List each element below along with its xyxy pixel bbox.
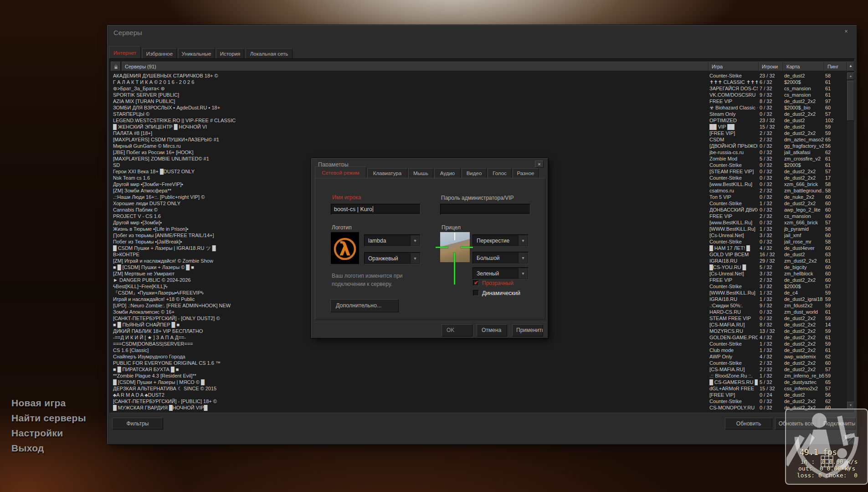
server-row[interactable]: █ [CSDM] Пушки + Лазеры | МЯСО © ██ CS-G… (111, 379, 846, 385)
close-icon[interactable]: × (842, 28, 850, 35)
server-row[interactable]: [JBE] Побег из России 16+ [HOOK]jbe-russ… (111, 149, 846, 155)
server-cell-ping: 56 (825, 392, 843, 398)
server-cell-game: [www.BestKILL.Ru] (709, 181, 758, 187)
server-row[interactable]: ⊛>Брат_За_Брата< ⊛ЗАРЕГАЙСЯ DOS-CS...7 /… (111, 85, 846, 92)
server-cell-ping: 59 (825, 328, 843, 334)
server-cell-map: zm_fdust2x2 (784, 302, 824, 309)
server-row[interactable]: █ МУЖСКАЯ ГВАРДИЯ █НОЧНОЙ VIP█CS-MONOPOL… (111, 404, 846, 411)
column-game[interactable]: Игра (709, 62, 759, 71)
filters-button[interactable]: Фильтры (112, 418, 163, 430)
column-ping[interactable]: Пинг (824, 62, 847, 71)
chevron-down-icon[interactable]: ▾ (518, 253, 528, 263)
server-cell-players: 0 / 24 (760, 392, 783, 398)
logo-color-select[interactable]: Оранжевый▾ (364, 252, 421, 264)
column-map[interactable]: Карта (783, 62, 824, 71)
sort-asc-icon[interactable]: ▲ (847, 62, 854, 71)
server-cell-ping: 58 (825, 73, 843, 79)
advanced-button[interactable]: Дополнительно... (330, 299, 399, 312)
tab-lan[interactable]: Локальная сеть (246, 48, 293, 59)
server-cell-players: 5 / 32 (760, 155, 783, 162)
logo-select[interactable]: lambda▾ (364, 234, 421, 247)
server-row[interactable]: **Zombie Plague 4.3 [Resident Evil]**.::… (111, 373, 846, 379)
server-row[interactable]: Снайперъ Изумрудного ГородаAWP Only4 / 3… (111, 353, 846, 360)
dynamic-checkbox[interactable] (473, 290, 479, 296)
server-cell-players: 3 / 32 (760, 232, 783, 238)
crosshair-type-select[interactable]: Перекрестие▾ (473, 234, 529, 247)
server-row[interactable]: [MAXPLAYERS] CSDM ПУШКИ+ЛАЗЕРЫ© #1CSDM2 … (111, 136, 846, 143)
column-players[interactable]: Игроки (759, 62, 783, 71)
ok-button[interactable]: OK (442, 324, 473, 337)
dialog-tab-6[interactable]: Разное (513, 168, 539, 178)
tab-internet[interactable]: Интернет (109, 46, 141, 59)
server-row[interactable]: ПАЛАТА #8 [18+][FREE VIP]2 / 32de_dust2_… (111, 130, 846, 136)
menu-item-3[interactable]: Выход (11, 443, 86, 454)
server-cell-name: SPORTIK SERVER [PUBLIC] (113, 92, 701, 98)
crosshair-size-select[interactable]: Большой▾ (473, 252, 529, 264)
server-cell-players: 4 / 32 (760, 334, 783, 341)
server-cell-players: 1 / 32 (760, 347, 783, 353)
server-row[interactable]: PUBLIC FOR EVERYONE ORIGINAL CS 1.6 ™Cou… (111, 360, 846, 366)
dialog-tab-1[interactable]: Клавиатура (367, 168, 407, 178)
scroll-down-icon[interactable]: ▼ (847, 402, 854, 409)
translucent-checkbox[interactable]: ✔ (473, 280, 479, 286)
refresh-button[interactable]: Обновить (725, 418, 772, 430)
options-dialog: Параметры × Сетевой режимКлавиатураМышьА… (311, 158, 548, 338)
column-servers[interactable]: Серверы (91) (122, 62, 709, 71)
dialog-tab-3[interactable]: Аудио (434, 168, 461, 178)
server-cell-map: de_dust2 (784, 392, 824, 398)
menu-item-1[interactable]: Найти серверы (11, 413, 86, 424)
server-cell-map: css_inferno2x2 (784, 385, 824, 392)
server-row[interactable]: Мирный GunGame © Mircs.ru[ДВОЙНОЙ ПРЫЖОК… (111, 143, 846, 149)
server-cell-ping: 14 (825, 321, 843, 328)
scrollbar-thumb[interactable] (847, 81, 854, 121)
server-row[interactable]: SPORTIK SERVER [PUBLIC]VK.COM/DOSCSRU9 /… (111, 92, 846, 98)
server-cell-players: 2 / 32 (760, 366, 783, 373)
server-row[interactable]: ===CSDM|DONBASS|SERVER===Counter-Strike1… (111, 341, 846, 347)
server-row[interactable]: ДЕРЗКАЯ АЛЬТЕРНАТИВА ☾ SINCE © 2015dGL+A… (111, 385, 846, 392)
apply-button[interactable]: Применить (512, 324, 543, 337)
server-cell-players: 9 / 32 (760, 302, 783, 309)
server-row[interactable]: LEGEND.WESTCSTRIKE.RO || VIP-FREE # CLAS… (111, 117, 846, 124)
chevron-down-icon[interactable]: ▾ (410, 253, 420, 264)
server-row[interactable]: CS 1.6 [Classic]Club mode1 / 32de_dust2_… (111, 347, 846, 353)
server-cell-ping: 60 (825, 360, 843, 366)
server-row[interactable]: Г А Л А К Т И К А © 2 0 1 6 - 2 0 2 6✝✝✝… (111, 79, 846, 85)
scrollbar[interactable]: ▲ ▼ (847, 73, 854, 409)
server-row[interactable]: ЗОМБИ ДЛЯ ВЗРОСЛЫХ ▪ AgdeDust.RU ▪ 18+☣ … (111, 104, 846, 111)
chevron-down-icon[interactable]: ▾ (518, 235, 528, 246)
cancel-button[interactable]: Отмена (477, 324, 507, 337)
server-row[interactable]: ♣A R M A D A ♣DUST2[FREE VIP]0 / 24de_du… (111, 392, 846, 398)
menu-item-0[interactable]: Новая игра (11, 398, 86, 409)
scroll-up-icon[interactable]: ▲ (847, 73, 854, 80)
server-cell-name: Мирный GunGame © Mircs.ru (113, 143, 701, 149)
chevron-down-icon[interactable]: ▾ (410, 235, 420, 246)
column-lock[interactable] (111, 62, 121, 71)
server-row[interactable]: [САНКТ-ПЕТЕРБУРГСКИЙ] - [PUBLIC] 18+ ©Co… (111, 398, 846, 404)
server-cell-players: 1 / 32 (760, 373, 783, 379)
tab-history[interactable]: История (216, 48, 244, 59)
dialog-tab-0[interactable]: Сетевой режим (315, 166, 366, 178)
text-caret (373, 206, 373, 212)
dialog-tab-5[interactable]: Голос (488, 168, 512, 178)
server-cell-ping: 59 (825, 296, 843, 302)
server-row[interactable]: AZIA MIX [TURAN PUBLIC]FREE VIP8 / 32de_… (111, 98, 846, 104)
crosshair-color-select[interactable]: Зеленый▾ (473, 267, 529, 280)
chevron-down-icon[interactable]: ▾ (518, 268, 528, 279)
server-cell-map: de_dust2 (784, 124, 824, 130)
tab-favorites[interactable]: Избранное (142, 48, 177, 59)
server-cell-game: [Cs-Unreal.Net] (709, 232, 758, 238)
dialog-tab-2[interactable]: Мышь (408, 168, 433, 178)
admin-password-input[interactable] (440, 204, 530, 215)
server-row[interactable]: АКАДЕМИЯ ДУШЕВНЫХ СТАРИЧКОВ 18+ ©Counter… (111, 73, 846, 79)
server-cell-ping: 57 (825, 168, 843, 175)
tab-unique[interactable]: Уникальные (178, 48, 215, 59)
server-row[interactable]: █ ЖЕНСКИЙ ЭПИЦЕНТР █ НОЧНОЙ VI██ VIP ██1… (111, 124, 846, 130)
server-cell-players: 1 / 32 (760, 341, 783, 347)
menu-item-2[interactable]: Настройки (11, 428, 86, 439)
dialog-tab-4[interactable]: Видео (462, 168, 487, 178)
server-cell-map: de_dust2 (784, 117, 824, 124)
server-cell-name: ■ █ ПИРАТСКАЯ БУХТА █ ■ (113, 366, 701, 373)
server-row[interactable]: STARПЕРЦЫ ©Steam Only0 / 32de_dust2_2x25… (111, 111, 846, 117)
player-name-input[interactable]: boost-cs | Kuro (331, 204, 421, 215)
server-row[interactable]: ■ █ ПИРАТСКАЯ БУХТА █ ■[CS-MAFIA.RU]2 / … (111, 366, 846, 373)
